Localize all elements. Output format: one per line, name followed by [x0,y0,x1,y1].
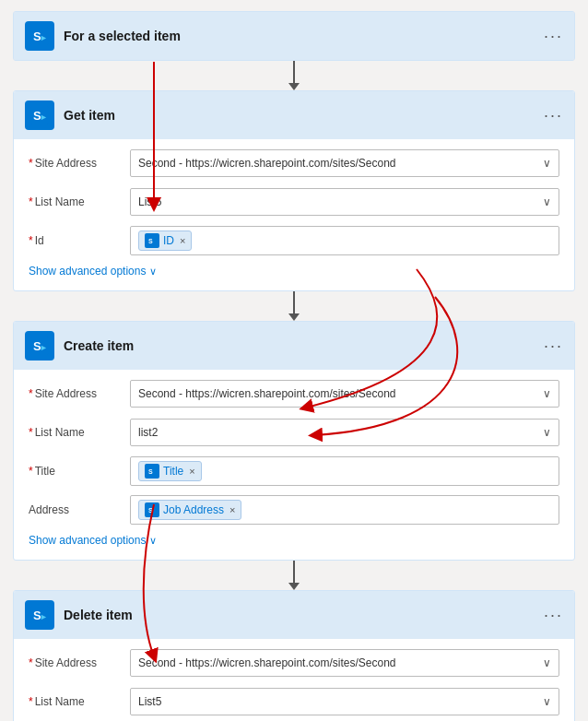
create-item-show-advanced[interactable]: Show advanced options ∨ [29,534,559,547]
delete-item-site-label: *Site Address [29,656,130,669]
get-item-id-field[interactable]: S ID × [130,226,559,255]
create-item-list-label: *List Name [29,426,130,439]
trigger-card: S ► For a selected item ··· [13,11,575,61]
get-item-site-arrow[interactable]: ∨ [543,157,551,170]
delete-item-header: S ► Delete item ··· [14,591,574,639]
get-item-advanced-label: Show advanced options [29,265,146,278]
token-label-title: Title [163,465,183,478]
create-item-site-value: Second - https://wicren.sharepoint.com/s… [138,387,537,400]
trigger-header-left: S ► For a selected item [25,21,181,51]
get-item-advanced-chevron: ∨ [149,266,157,278]
req-d1: * [29,656,33,669]
get-item-id-row: *Id S ID × [29,226,559,255]
connector-line-3 [293,561,295,583]
svg-text:►: ► [40,612,48,621]
connector-arrow-1 [288,83,300,90]
delete-item-list-arrow[interactable]: ∨ [543,695,551,708]
delete-item-site-row: *Site Address Second - https://wicren.sh… [29,648,559,678]
create-item-title: Create item [64,338,134,353]
token-icon-id: S [145,233,159,248]
trigger-menu[interactable]: ··· [544,28,563,44]
delete-item-list-value: List5 [138,695,537,708]
get-item-list-row: *List Name List5 ∨ [29,187,559,217]
connector-2 [288,291,300,321]
connector-arrow-3 [288,583,300,590]
create-item-card: S ► Create item ··· *Site Address Second… [13,321,575,561]
get-item-header: S ► Get item ··· [14,91,574,139]
sharepoint-icon-delete: S ► [25,600,54,630]
connector-3 [288,561,300,590]
get-item-site-label: *Site Address [29,157,130,170]
required-star: * [29,157,33,170]
create-item-body: *Site Address Second - https://wicren.sh… [14,370,574,560]
delete-item-list-control[interactable]: List5 ∨ [130,688,559,715]
delete-item-site-control[interactable]: Second - https://wicren.sharepoint.com/s… [130,649,559,677]
svg-text:►: ► [40,343,48,352]
trigger-header: S ► For a selected item ··· [14,12,574,60]
svg-text:►: ► [40,112,48,122]
create-item-list-control[interactable]: list2 ∨ [130,419,559,446]
delete-item-card: S ► Delete item ··· *Site Address Second… [13,590,575,721]
create-item-list-row: *List Name list2 ∨ [29,418,559,447]
svg-text:S: S [148,238,153,244]
delete-item-body: *Site Address Second - https://wicren.sh… [14,639,574,721]
create-item-header: S ► Create item ··· [14,322,574,370]
delete-item-header-left: S ► Delete item [25,600,133,630]
req-d2: * [29,695,33,708]
svg-text:S: S [148,507,153,514]
token-icon-address: S [145,502,159,517]
create-item-title-label: *Title [29,465,130,478]
create-item-address-field[interactable]: S Job Address × [130,495,559,525]
delete-item-menu[interactable]: ··· [544,607,563,623]
get-item-list-value: List5 [138,195,537,208]
get-item-title: Get item [64,108,115,123]
create-item-list-arrow[interactable]: ∨ [543,426,551,439]
required-star-3: * [29,234,33,247]
get-item-list-label: *List Name [29,195,130,208]
create-item-site-row: *Site Address Second - https://wicren.sh… [29,379,559,408]
create-item-address-token: S Job Address × [138,500,241,520]
svg-text:►: ► [40,33,48,42]
create-item-advanced-chevron: ∨ [149,535,157,547]
get-item-id-label: *Id [29,234,130,247]
req-1: * [29,387,33,400]
get-item-id-token: S ID × [138,230,192,251]
get-item-body: *Site Address Second - https://wicren.sh… [14,139,574,290]
get-item-header-left: S ► Get item [25,100,115,130]
create-item-title-token: S Title × [138,461,202,481]
required-star-2: * [29,195,33,208]
create-item-site-arrow[interactable]: ∨ [543,387,551,400]
delete-item-title: Delete item [64,608,133,622]
get-item-show-advanced[interactable]: Show advanced options ∨ [29,265,559,278]
token-label-address: Job Address [163,503,224,516]
token-close-title[interactable]: × [189,466,194,477]
create-item-menu[interactable]: ··· [544,337,563,354]
create-item-title-field[interactable]: S Title × [130,456,559,486]
delete-item-site-value: Second - https://wicren.sharepoint.com/s… [138,656,537,669]
get-item-menu[interactable]: ··· [544,107,563,124]
connector-arrow-2 [288,313,300,321]
create-item-header-left: S ► Create item [25,331,134,360]
connector-line-1 [293,61,295,83]
delete-item-list-row: *List Name List5 ∨ [29,687,559,716]
delete-item-site-arrow[interactable]: ∨ [543,656,551,669]
create-item-address-row: Address S Job Address × [29,495,559,525]
svg-text:S: S [148,468,153,475]
trigger-title: For a selected item [64,29,181,43]
get-item-site-row: *Site Address Second - https://wicren.sh… [29,148,559,178]
token-close-address[interactable]: × [229,504,235,515]
req-3: * [29,465,33,478]
req-2: * [29,426,33,439]
get-item-site-control[interactable]: Second - https://wicren.sharepoint.com/s… [130,149,559,177]
create-item-address-label: Address [29,503,130,516]
delete-item-list-label: *List Name [29,695,130,708]
connector-1 [288,61,300,90]
create-item-site-label: *Site Address [29,387,130,400]
token-close-id[interactable]: × [180,235,185,246]
connector-line-2 [293,291,295,313]
token-icon-title: S [145,464,159,479]
get-item-list-control[interactable]: List5 ∨ [130,188,559,216]
create-item-site-control[interactable]: Second - https://wicren.sharepoint.com/s… [130,380,559,408]
get-item-list-arrow[interactable]: ∨ [543,195,551,208]
sharepoint-icon-trigger: S ► [25,21,54,51]
